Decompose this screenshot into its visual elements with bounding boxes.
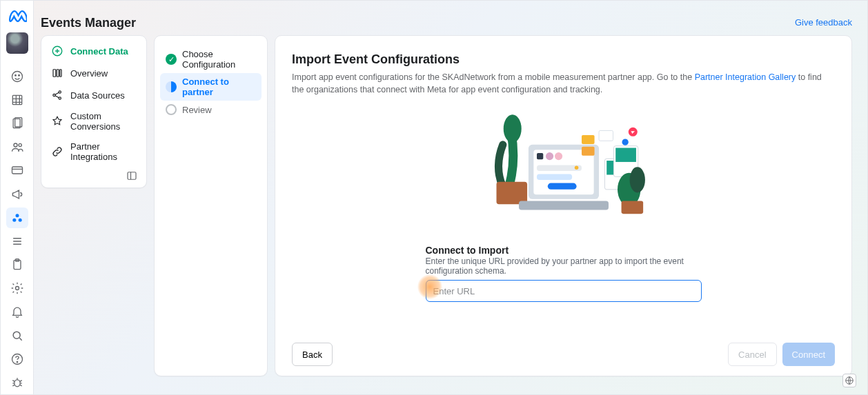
- svg-point-15: [13, 332, 20, 338]
- main-title: Import Event Configurations: [292, 52, 835, 67]
- svg-point-18: [14, 380, 19, 387]
- sidenav-label: Overview: [70, 68, 108, 79]
- sidenav-label: Data Sources: [70, 90, 125, 101]
- step-choose-configuration[interactable]: Choose Configuration: [160, 45, 262, 73]
- rail-bug-icon[interactable]: [6, 372, 28, 393]
- step-review[interactable]: Review: [160, 101, 262, 119]
- step-label: Connect to partner: [182, 77, 256, 97]
- svg-point-9: [15, 214, 19, 217]
- rail-card-icon[interactable]: [6, 160, 28, 181]
- svg-point-27: [503, 114, 521, 143]
- svg-point-0: [12, 71, 22, 81]
- progress-half-icon: [166, 81, 177, 92]
- sidenav-connect-data[interactable]: Connect Data: [46, 40, 142, 62]
- svg-point-23: [53, 94, 55, 96]
- rail-doc-icon[interactable]: [6, 113, 28, 134]
- connect-section: Connect to Import Enter the unique URL p…: [426, 241, 702, 302]
- main-description: Import app event configurations for the …: [292, 71, 835, 96]
- sidenav-label: Custom Conversions: [70, 111, 137, 132]
- svg-rect-50: [621, 201, 643, 214]
- rail-search-icon[interactable]: [6, 325, 28, 345]
- rail-megaphone-icon[interactable]: [6, 183, 28, 204]
- svg-rect-3: [12, 95, 21, 104]
- svg-rect-21: [57, 70, 59, 77]
- circle-outline-icon: [166, 104, 177, 115]
- svg-rect-41: [599, 131, 613, 141]
- svg-rect-8: [12, 167, 22, 174]
- svg-point-24: [59, 91, 61, 93]
- rail-people-icon[interactable]: [6, 136, 28, 157]
- svg-rect-22: [60, 70, 61, 77]
- page-title: Events Manager: [41, 16, 136, 30]
- svg-point-2: [18, 74, 19, 76]
- sidenav-label: Partner Integrations: [70, 141, 137, 162]
- svg-point-25: [59, 97, 61, 99]
- rail-grid-icon[interactable]: [6, 90, 28, 110]
- svg-point-33: [546, 152, 553, 160]
- svg-rect-20: [53, 70, 56, 77]
- step-connect-to-partner[interactable]: Connect to partner: [160, 73, 262, 101]
- side-nav: Connect Data Overview Data Sources Custo…: [41, 35, 147, 188]
- svg-rect-26: [128, 172, 136, 180]
- left-rail: [1, 1, 34, 394]
- main-footer: Back Cancel Connect: [292, 334, 835, 366]
- sidenav-partner-integrations[interactable]: Partner Integrations: [46, 136, 142, 167]
- svg-rect-45: [615, 148, 636, 162]
- rail-settings-icon[interactable]: [6, 278, 28, 298]
- partner-gallery-link[interactable]: Partner Integration Gallery: [695, 72, 796, 82]
- cancel-button[interactable]: Cancel: [728, 343, 776, 366]
- svg-point-6: [14, 143, 17, 147]
- svg-point-11: [18, 219, 21, 222]
- rail-clipboard-icon[interactable]: [6, 254, 28, 275]
- give-feedback-link[interactable]: Give feedback: [795, 17, 852, 28]
- account-avatar[interactable]: [6, 32, 28, 53]
- step-label: Review: [182, 105, 212, 115]
- rail-emoji-icon[interactable]: [6, 66, 28, 87]
- svg-point-17: [17, 361, 17, 362]
- svg-rect-40: [582, 147, 595, 156]
- stepper: Choose Configuration Connect to partner …: [154, 35, 268, 376]
- svg-rect-38: [547, 183, 576, 190]
- svg-point-47: [622, 139, 628, 145]
- rail-help-icon[interactable]: [6, 349, 28, 369]
- svg-point-7: [19, 144, 21, 147]
- svg-rect-28: [496, 182, 527, 205]
- rail-bell-icon[interactable]: [6, 301, 28, 322]
- desc-text-1: Import app event configurations for the …: [292, 72, 695, 82]
- columns-icon: [51, 67, 63, 79]
- sidenav-collapse-button[interactable]: [46, 167, 142, 182]
- main-panel: Import Event Configurations Import app e…: [275, 35, 852, 376]
- svg-rect-32: [537, 153, 543, 159]
- step-label: Choose Configuration: [182, 49, 256, 70]
- svg-point-1: [14, 74, 16, 76]
- check-circle-icon: [166, 54, 177, 65]
- back-button[interactable]: Back: [292, 343, 333, 366]
- svg-point-10: [12, 219, 16, 222]
- plus-circle-icon: [51, 45, 63, 57]
- svg-point-49: [629, 168, 644, 193]
- sidenav-data-sources[interactable]: Data Sources: [46, 84, 142, 106]
- url-input[interactable]: [426, 280, 702, 302]
- sidenav-overview[interactable]: Overview: [46, 62, 142, 84]
- svg-point-36: [574, 166, 578, 170]
- globe-icon[interactable]: [842, 374, 856, 387]
- star-gear-icon: [51, 115, 63, 128]
- share-nodes-icon: [51, 89, 63, 101]
- rail-events-icon[interactable]: [6, 207, 28, 228]
- svg-rect-39: [582, 135, 595, 144]
- svg-point-34: [555, 152, 562, 160]
- connect-heading: Connect to Import: [426, 245, 702, 256]
- rail-menu-icon[interactable]: [6, 231, 28, 252]
- svg-point-14: [15, 287, 19, 290]
- meta-logo-icon: [8, 6, 27, 24]
- illustration: [292, 101, 835, 239]
- svg-rect-37: [537, 174, 572, 180]
- sidenav-custom-conversions[interactable]: Custom Conversions: [46, 106, 142, 136]
- connect-subtext: Enter the unique URL provided by your pa…: [426, 256, 702, 276]
- connect-button[interactable]: Connect: [782, 343, 835, 366]
- svg-rect-31: [519, 201, 609, 210]
- link-icon: [51, 145, 63, 158]
- sidenav-label: Connect Data: [70, 46, 128, 57]
